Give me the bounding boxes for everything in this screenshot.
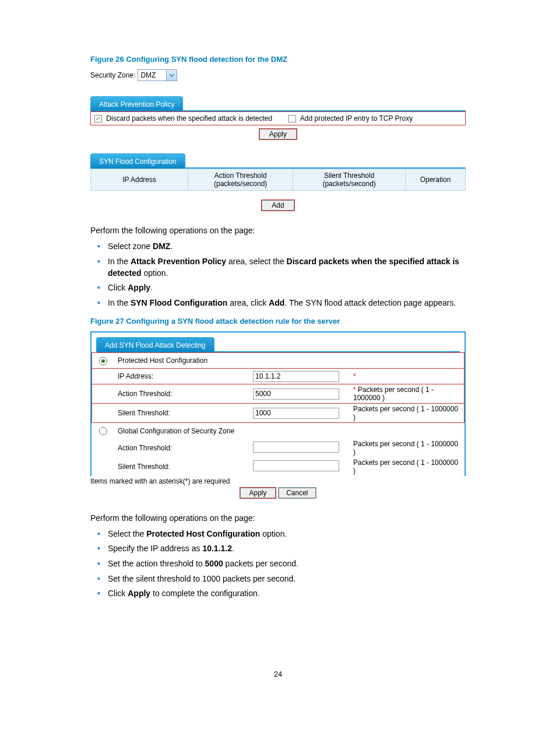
text: Click <box>108 589 128 598</box>
attack-prevention-policy-tab[interactable]: Attack Prevention Policy <box>90 96 183 111</box>
bullets-1: Select zone DMZ. In the Attack Preventio… <box>90 241 466 309</box>
th-action: Action Threshold (packets/second) <box>188 169 293 191</box>
figure-26-caption: Figure 26 Configuring SYN flood detectio… <box>90 55 466 64</box>
list-item: Click Apply to complete the configuratio… <box>108 588 466 600</box>
chevron-down-icon[interactable] <box>166 70 177 80</box>
add-tcp-proxy-option[interactable]: Add protected IP entry to TCP Proxy <box>288 114 413 123</box>
apply-row-1: Apply <box>90 129 466 139</box>
pps-hint: Packets per second ( 1 - 1000000 ) <box>350 439 464 457</box>
discard-packets-label: Discard packets when the specified attac… <box>106 114 272 123</box>
text: . <box>150 283 153 292</box>
list-item: Set the action threshold to 5000 packets… <box>108 558 466 570</box>
intro-text-1: Perform the following operations on the … <box>90 226 466 235</box>
text: to complete the configuration. <box>150 589 260 598</box>
global-action-threshold-input[interactable] <box>253 442 339 453</box>
list-item: In the SYN Flood Configuration area, cli… <box>108 298 466 309</box>
add-syn-flood-tab[interactable]: Add SYN Flood Attack Detecting <box>96 337 214 352</box>
radio-global-config[interactable] <box>99 427 107 435</box>
bold-text: DMZ <box>153 242 170 251</box>
attack-prevention-tab-row: Attack Prevention Policy <box>90 96 466 111</box>
global-config-label: Global Configuration of Security Zone <box>114 423 464 439</box>
th-operation: Operation <box>406 169 466 191</box>
bold-text: 5000 <box>205 559 223 568</box>
text: Set the action threshold to <box>108 559 205 568</box>
list-item: Select zone DMZ. <box>108 241 466 253</box>
text: option. <box>260 529 287 538</box>
checkbox-unchecked-icon[interactable] <box>288 115 296 123</box>
bold-text: Attack Prevention Policy <box>131 257 226 266</box>
list-item: Specify the IP address as 10.1.1.2. <box>108 543 466 555</box>
pps-hint: Packets per second ( 1 - 1000000 ) <box>353 386 434 402</box>
figure-27-caption: Figure 27 Configuring a SYN flood attack… <box>90 317 466 326</box>
security-zone-row: Security Zone: DMZ <box>90 69 466 81</box>
syn-flood-form: Protected Host Configuration IP Address:… <box>92 352 464 476</box>
silent-threshold-input[interactable]: 1000 <box>253 408 339 419</box>
bold-text: Apply <box>128 589 150 598</box>
figure-27-panel: Add SYN Flood Attack Detecting Protected… <box>90 331 466 476</box>
bold-text: Apply <box>128 283 150 292</box>
radio-protected-host[interactable] <box>99 357 107 365</box>
cancel-button[interactable]: Cancel <box>279 488 315 498</box>
th-ip: IP Address <box>91 169 188 191</box>
list-item: Click Apply. <box>108 282 466 294</box>
apply-cancel-row: Apply Cancel <box>90 488 466 498</box>
bold-text: SYN Flood Configuration <box>131 298 227 307</box>
list-item: Select the Protected Host Configuration … <box>108 528 466 540</box>
list-item: Set the silent threshold to 1000 packets… <box>108 573 466 585</box>
list-item: In the Attack Prevention Policy area, se… <box>108 256 466 279</box>
text: packets per second. <box>223 559 298 568</box>
text: In the <box>108 298 131 307</box>
security-zone-label: Security Zone: <box>90 71 135 79</box>
text: In the <box>108 257 131 266</box>
bullets-2: Select the Protected Host Configuration … <box>90 528 466 600</box>
ip-address-input[interactable]: 10.1.1.2 <box>253 371 339 382</box>
silent-threshold-label: Silent Threshold: <box>114 404 249 423</box>
discard-packets-option[interactable]: Discard packets when the specified attac… <box>94 114 272 123</box>
action-threshold-input[interactable]: 5000 <box>253 388 339 400</box>
protected-host-config-label: Protected Host Configuration <box>114 353 464 369</box>
required-star: * <box>353 372 356 380</box>
text: Select the <box>108 529 146 538</box>
text: Select zone <box>108 242 153 251</box>
pps-hint: Packets per second ( 1 - 1000000 ) <box>350 404 464 423</box>
pps-hint: Packets per second ( 1 - 1000000 ) <box>350 457 464 476</box>
add-tcp-proxy-label: Add protected IP entry to TCP Proxy <box>300 114 413 123</box>
th-silent: Silent Threshold (packets/second) <box>293 169 406 191</box>
ip-address-label: IP Address: <box>114 369 249 384</box>
text: Click <box>108 283 128 292</box>
bold-text: 10.1.1.2 <box>202 544 232 553</box>
add-row: Add <box>90 200 466 211</box>
security-zone-select[interactable]: DMZ <box>138 69 177 81</box>
attack-prevention-policy-box: Discard packets when the specified attac… <box>90 111 466 125</box>
global-silent-threshold-input[interactable] <box>253 460 339 471</box>
text: . <box>170 242 173 251</box>
page-number: 24 <box>90 670 466 678</box>
action-threshold-label: Action Threshold: <box>114 384 249 404</box>
bold-text: Protected Host Configuration <box>146 529 260 538</box>
text: area, click <box>227 298 269 307</box>
syn-flood-configuration-tab[interactable]: SYN Flood Configuration <box>90 153 185 169</box>
required-note: Items marked with an asterisk(*) are req… <box>90 477 466 485</box>
global-action-threshold-label: Action Threshold: <box>114 439 249 457</box>
global-silent-threshold-label: Silent Threshold: <box>114 457 249 476</box>
intro-text-2: Perform the following operations on the … <box>90 513 466 523</box>
syn-flood-table: IP Address Action Threshold (packets/sec… <box>90 169 466 191</box>
apply-button-2[interactable]: Apply <box>240 488 275 498</box>
add-button[interactable]: Add <box>262 200 294 211</box>
syn-flood-tab-row: SYN Flood Configuration <box>90 153 466 169</box>
text: . <box>232 544 234 553</box>
checkbox-checked-icon[interactable] <box>94 115 102 123</box>
bold-text: Add <box>269 298 284 307</box>
apply-button-1[interactable]: Apply <box>259 129 297 139</box>
security-zone-value: DMZ <box>138 71 166 79</box>
text: area, select the <box>226 257 287 266</box>
text: option. <box>142 268 168 278</box>
text: . The SYN flood attack detection page ap… <box>284 298 456 307</box>
text: Specify the IP address as <box>108 544 202 553</box>
